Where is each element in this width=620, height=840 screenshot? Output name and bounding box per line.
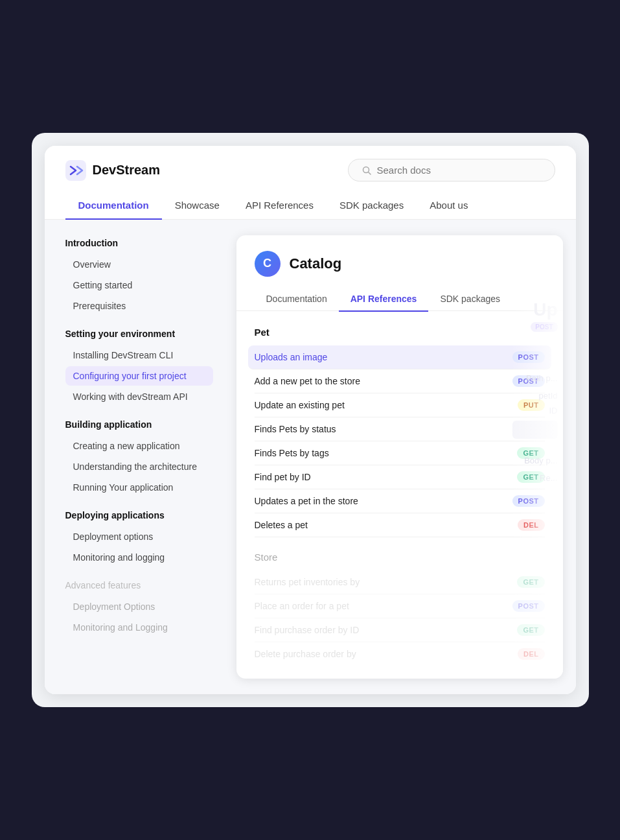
devstream-logo-icon [65,160,86,181]
catalog-tabs: Documentation API References SDK package… [236,287,563,312]
sidebar-item-working-api[interactable]: Working with devStream API [65,387,213,406]
main-card: DevStream Documentation Showcase API Ref… [45,146,576,694]
api-row-deletes-pet[interactable]: Deletes a pet DEL [255,513,545,537]
catalog-tab-documentation[interactable]: Documentation [255,287,339,312]
method-badge-get: GET [517,576,544,588]
api-row-finds-by-tags[interactable]: Finds Pets by tags GET [255,441,545,465]
sidebar-item-understanding-arch[interactable]: Understanding the architecture [65,457,213,476]
catalog-tab-sdk-packages[interactable]: SDK packages [428,287,512,312]
search-icon [362,165,372,176]
logo-area: DevStream [65,160,161,181]
api-section-pet: Pet [255,327,545,338]
catalog-header: C Catalog [236,235,563,287]
api-row-name: Find pet by ID [255,472,311,482]
api-row-inventories[interactable]: Returns pet inventories by GET [255,570,545,594]
sidebar-section-advanced: Advanced features [65,580,213,590]
method-badge-get: GET [517,447,544,459]
catalog-logo-icon: C [255,251,281,277]
nav-tab-sdk-packages[interactable]: SDK packages [327,192,417,220]
method-badge-get: GET [517,471,544,483]
sidebar-item-getting-started[interactable]: Getting started [65,275,213,295]
sidebar-item-running-app[interactable]: Running Your application [65,478,213,497]
api-row-name: Uploads an image [255,352,328,362]
api-row-name: Updates a pet in the store [255,496,358,506]
sidebar-section-setting-env: Setting your environment [65,329,213,339]
api-row-name: Update an existing pet [255,400,345,410]
api-row-name: Finds Pets by status [255,424,336,434]
api-row-delete-purchase[interactable]: Delete purchase order by DEL [255,642,545,666]
sidebar-item-installing-cli[interactable]: Installing DevStream CLI [65,345,213,365]
api-row-finds-by-status[interactable]: Finds Pets by status GET [255,417,545,441]
sidebar-item-configuring-project[interactable]: Configuring your first project [65,366,213,386]
catalog-title: Catalog [290,255,342,272]
sidebar-item-deployment-options[interactable]: Deployment options [65,527,213,546]
header: DevStream [45,146,576,192]
body-area: Introduction Overview Getting started Pr… [45,220,576,695]
main-content: C Catalog Documentation API References S… [226,220,576,695]
method-badge-get: GET [517,624,544,636]
sidebar-item-prerequisites[interactable]: Prerequisites [65,296,213,316]
method-badge-del: DEL [518,648,545,660]
api-row-updates-in-store[interactable]: Updates a pet in the store POST [255,489,545,513]
api-row-update-pet[interactable]: Update an existing pet PUT [255,393,545,417]
api-row-name: Delete purchase order by [255,649,356,659]
api-row-name: Returns pet inventories by [255,577,360,587]
nav-tab-documentation[interactable]: Documentation [65,192,162,220]
catalog-body: Pet Uploads an image POST Add a new pet … [236,311,563,679]
sidebar-item-monitoring-logging[interactable]: Monitoring and logging [65,548,213,567]
method-badge-post: POST [512,351,545,363]
method-badge-put: PUT [518,399,545,411]
sidebar: Introduction Overview Getting started Pr… [45,220,226,695]
method-badge-post: POST [512,600,545,612]
sidebar-item-monitoring-logging-adv[interactable]: Monitoring and Logging [65,618,213,637]
api-row-name: Find purchase order by ID [255,625,360,635]
catalog-card: C Catalog Documentation API References S… [236,235,563,679]
nav-tab-about-us[interactable]: About us [417,192,481,220]
sidebar-item-creating-app[interactable]: Creating a new application [65,436,213,456]
outer-wrapper: DevStream Documentation Showcase API Ref… [32,133,589,707]
search-bar[interactable] [348,159,555,181]
api-row-name: Finds Pets by tags [255,448,329,458]
api-row-place-order[interactable]: Place an order for a pet POST [255,594,545,618]
nav-tab-showcase[interactable]: Showcase [162,192,233,220]
sidebar-item-overview[interactable]: Overview [65,255,213,274]
api-row-find-purchase[interactable]: Find purchase order by ID GET [255,618,545,642]
app-name: DevStream [93,163,161,178]
sidebar-section-deploying: Deploying applications [65,510,213,520]
nav-tab-api-references[interactable]: API References [233,192,327,220]
api-row-name: Place an order for a pet [255,601,349,611]
api-row-find-by-id[interactable]: Find pet by ID GET [255,465,545,489]
api-section-store: Store [255,552,545,563]
api-row-name: Deletes a pet [255,520,308,530]
method-badge-post: POST [512,495,545,507]
method-badge-get: GET [517,423,544,435]
method-badge-post: POST [512,375,545,387]
sidebar-section-introduction: Introduction [65,238,213,248]
svg-line-2 [368,172,371,174]
api-row-name: Add a new pet to the store [255,376,360,386]
nav-tabs: Documentation Showcase API References SD… [45,192,576,220]
sidebar-item-deployment-options-adv[interactable]: Deployment Options [65,597,213,616]
api-row-uploads-image[interactable]: Uploads an image POST [248,345,551,369]
search-input[interactable] [377,165,542,176]
catalog-tab-api-references[interactable]: API References [339,287,429,312]
sidebar-section-building-app: Building application [65,419,213,430]
api-row-add-pet[interactable]: Add a new pet to the store POST [255,369,545,393]
method-badge-del: DEL [518,519,545,531]
